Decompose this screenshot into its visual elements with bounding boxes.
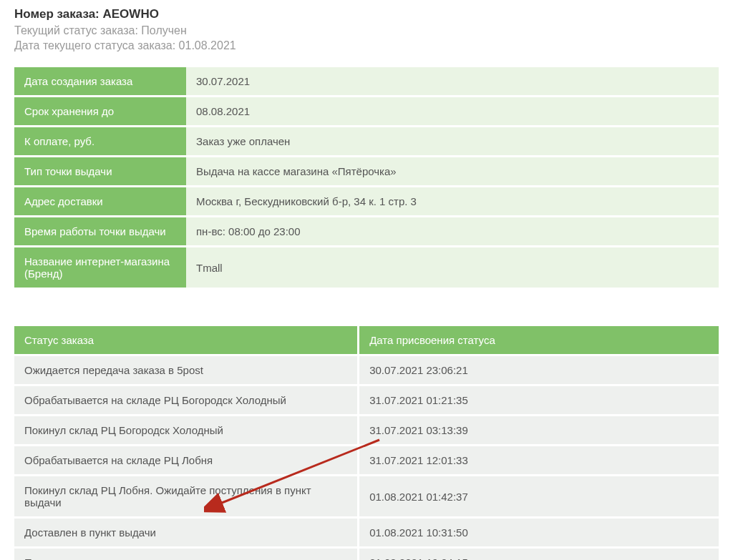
history-row: Получен01.08.2021 19:24:15 [14, 549, 719, 560]
history-date: 31.07.2021 03:13:39 [359, 416, 719, 444]
history-status: Обрабатывается на складе РЦ Богородск Хо… [14, 386, 359, 414]
history-date: 01.08.2021 01:42:37 [359, 476, 719, 516]
order-number-value: AEOWHO [103, 7, 159, 21]
history-date: 31.07.2021 01:21:35 [359, 386, 719, 414]
history-col-status: Статус заказа [14, 326, 359, 354]
details-label: Срок хранения до [14, 97, 186, 125]
history-status: Обрабатывается на складе РЦ Лобня [14, 446, 359, 474]
details-row: К оплате, руб.Заказ уже оплачен [14, 127, 719, 155]
history-date: 31.07.2021 12:01:33 [359, 446, 719, 474]
history-status: Покинул склад РЦ Лобня. Ожидайте поступл… [14, 476, 359, 516]
details-row: Название интернет-магазина (Бренд)Tmall [14, 247, 719, 288]
history-status: Получен [14, 549, 359, 560]
history-col-date: Дата присвоения статуса [359, 326, 719, 354]
details-label: Название интернет-магазина (Бренд) [14, 247, 186, 288]
status-date-label: Дата текущего статуса заказа: [14, 39, 179, 51]
history-row: Ожидается передача заказа в 5post30.07.2… [14, 356, 719, 384]
order-number-line: Номер заказа: AEOWHO [14, 7, 719, 21]
history-status: Ожидается передача заказа в 5post [14, 356, 359, 384]
details-label: Время работы точки выдачи [14, 217, 186, 245]
history-row: Покинул склад РЦ Лобня. Ожидайте поступл… [14, 476, 719, 516]
history-row: Обрабатывается на складе РЦ Богородск Хо… [14, 386, 719, 414]
history-date: 01.08.2021 10:31:50 [359, 519, 719, 546]
details-label: Дата создания заказа [14, 67, 186, 95]
history-status: Доставлен в пункт выдачи [14, 519, 359, 546]
details-row: Дата создания заказа30.07.2021 [14, 67, 719, 95]
details-value: пн-вс: 08:00 до 23:00 [186, 217, 719, 245]
status-date-line: Дата текущего статуса заказа: 01.08.2021 [14, 39, 719, 52]
details-row: Тип точки выдачиВыдача на кассе магазина… [14, 157, 719, 185]
details-label: К оплате, руб. [14, 127, 186, 155]
details-value: Выдача на кассе магазина «Пятёрочка» [186, 157, 719, 185]
details-row: Срок хранения до08.08.2021 [14, 97, 719, 125]
details-value: 08.08.2021 [186, 97, 719, 125]
current-status-value: Получен [141, 24, 186, 36]
order-history-table: Статус заказа Дата присвоения статуса Ож… [14, 324, 719, 560]
history-row: Покинул склад РЦ Богородск Холодный31.07… [14, 416, 719, 444]
history-date: 01.08.2021 19:24:15 [359, 549, 719, 560]
history-row: Доставлен в пункт выдачи01.08.2021 10:31… [14, 519, 719, 546]
details-value: 30.07.2021 [186, 67, 719, 95]
details-row: Время работы точки выдачипн-вс: 08:00 до… [14, 217, 719, 245]
details-row: Адрес доставкиМосква г, Бескудниковский … [14, 187, 719, 215]
details-value: Tmall [186, 247, 719, 288]
details-value: Заказ уже оплачен [186, 127, 719, 155]
details-label: Адрес доставки [14, 187, 186, 215]
details-label: Тип точки выдачи [14, 157, 186, 185]
current-status-line: Текущий статус заказа: Получен [14, 24, 719, 37]
current-status-label: Текущий статус заказа: [14, 24, 141, 36]
history-date: 30.07.2021 23:06:21 [359, 356, 719, 384]
details-value: Москва г, Бескудниковский б-р, 34 к. 1 с… [186, 187, 719, 215]
order-details-table: Дата создания заказа30.07.2021Срок хране… [14, 65, 719, 290]
history-status: Покинул склад РЦ Богородск Холодный [14, 416, 359, 444]
order-number-label: Номер заказа: [14, 7, 103, 21]
status-date-value: 01.08.2021 [179, 39, 236, 51]
history-row: Обрабатывается на складе РЦ Лобня31.07.2… [14, 446, 719, 474]
